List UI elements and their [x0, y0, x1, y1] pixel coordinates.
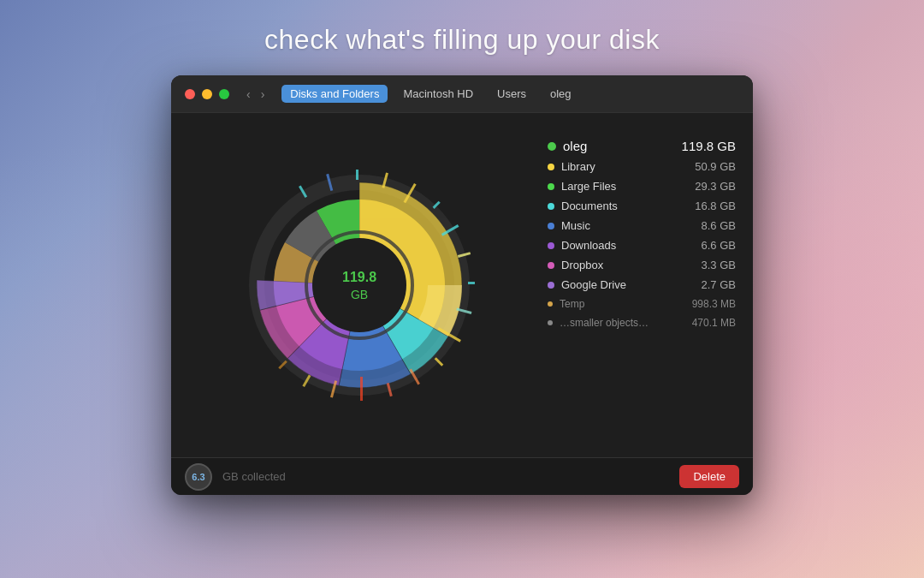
gb-badge: 6.3: [185, 463, 212, 491]
legend-name-dropbox: Dropbox: [561, 259, 603, 271]
app-content: 119.8 GB oleg 119.8 GB Library: [171, 113, 753, 457]
legend-item-downloads: Downloads 6.6 GB: [548, 239, 736, 252]
legend-size-downloads: 6.6 GB: [702, 239, 736, 252]
legend-item-top: oleg 119.8 GB: [548, 139, 736, 153]
delete-button[interactable]: Delete: [679, 465, 739, 488]
legend-dot-library: [548, 164, 554, 170]
legend-item-large-files: Large Files 29.3 GB: [548, 180, 736, 193]
svg-rect-9: [468, 282, 475, 284]
legend-dot-documents: [548, 203, 554, 210]
legend-dot-google-drive: [548, 282, 554, 289]
breadcrumb-oleg[interactable]: oleg: [542, 85, 580, 103]
legend-size-google-drive: 2.7 GB: [702, 278, 736, 291]
legend-size-library: 50.9 GB: [695, 160, 736, 173]
legend-name-large-files: Large Files: [561, 180, 616, 193]
legend-name-oleg: oleg: [563, 139, 587, 153]
legend-name-library: Library: [561, 160, 595, 173]
page-headline: check what's filling up your disk: [0, 24, 924, 56]
legend-item-library: Library 50.9 GB: [548, 160, 736, 173]
collected-text: GB collected: [222, 470, 286, 483]
legend-item-temp: Temp 998.3 MB: [548, 298, 736, 310]
legend-size-temp: 998.3 MB: [692, 298, 736, 310]
statusbar: 6.3 GB collected Delete: [171, 457, 753, 495]
legend-name-documents: Documents: [561, 200, 618, 212]
minimize-button[interactable]: [202, 89, 212, 99]
nav-arrows: ‹ ›: [243, 86, 268, 103]
legend-name-smaller: …smaller objects…: [560, 317, 649, 329]
svg-point-19: [312, 238, 406, 332]
traffic-lights: [185, 89, 229, 99]
legend-name-music: Music: [561, 219, 590, 232]
breadcrumb-macintosh[interactable]: Macintosh HD: [394, 85, 482, 103]
legend-size-music: 8.6 GB: [702, 219, 736, 232]
legend-dot-music: [548, 223, 554, 229]
close-button[interactable]: [185, 89, 195, 99]
maximize-button[interactable]: [219, 89, 229, 99]
legend-item-documents: Documents 16.8 GB: [548, 200, 736, 212]
legend-item-music: Music 8.6 GB: [548, 219, 736, 232]
legend-item-google-drive: Google Drive 2.7 GB: [548, 278, 736, 291]
legend-dot-temp: [548, 301, 553, 307]
legend-size-oleg: 119.8 GB: [682, 139, 736, 153]
back-arrow[interactable]: ‹: [243, 86, 254, 103]
legend-size-dropbox: 3.3 GB: [702, 259, 736, 271]
breadcrumb-users[interactable]: Users: [489, 85, 535, 103]
legend-size-smaller: 470.1 MB: [692, 317, 736, 329]
svg-text:119.8: 119.8: [342, 270, 376, 284]
titlebar: ‹ › Disks and Folders Macintosh HD Users…: [171, 75, 753, 113]
svg-rect-15: [360, 377, 363, 401]
legend-dot-downloads: [548, 242, 554, 249]
legend-name-google-drive: Google Drive: [561, 278, 626, 291]
svg-text:GB: GB: [351, 288, 368, 301]
legend-dot-large-files: [548, 183, 554, 190]
legend-name-temp: Temp: [560, 298, 584, 310]
chart-area: 119.8 GB: [188, 130, 530, 440]
breadcrumb-disks[interactable]: Disks and Folders: [281, 85, 388, 103]
legend-size-documents: 16.8 GB: [695, 200, 736, 212]
legend-area: oleg 119.8 GB Library 50.9 GB Large File…: [548, 130, 736, 440]
legend-dot-smaller: [548, 320, 553, 325]
legend-size-large-files: 29.3 GB: [695, 180, 736, 193]
sunburst-chart: 119.8 GB: [231, 157, 488, 414]
legend-dot-dropbox: [548, 262, 554, 269]
forward-arrow[interactable]: ›: [258, 86, 269, 103]
legend-dot-oleg: [548, 142, 556, 151]
svg-rect-3: [356, 170, 358, 180]
app-window: ‹ › Disks and Folders Macintosh HD Users…: [171, 75, 753, 495]
legend-item-smaller: …smaller objects… 470.1 MB: [548, 317, 736, 329]
legend-item-dropbox: Dropbox 3.3 GB: [548, 259, 736, 271]
legend-name-downloads: Downloads: [561, 239, 616, 252]
